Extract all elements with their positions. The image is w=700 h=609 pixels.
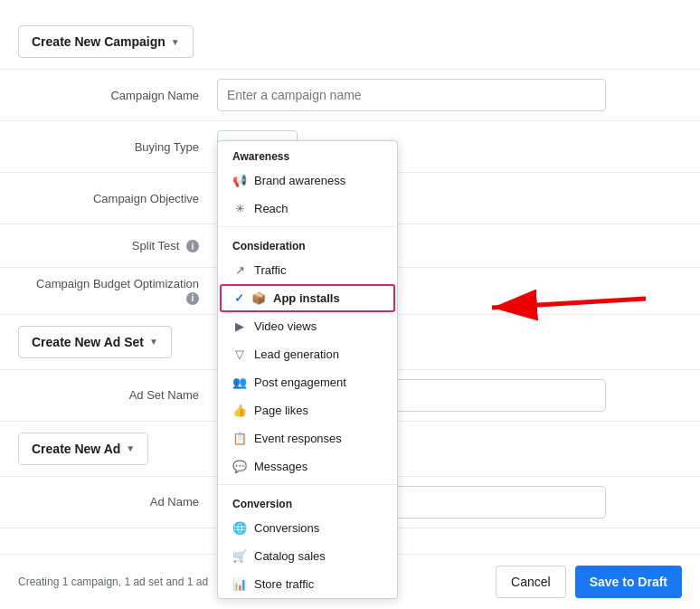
menu-item-lead-generation[interactable]: ▽ Lead generation (218, 340, 397, 368)
menu-item-catalog-sales[interactable]: 🛒 Catalog sales (218, 542, 397, 570)
event-responses-icon: 📋 (232, 432, 247, 445)
page-likes-icon: 👍 (232, 404, 247, 417)
video-views-icon: ▶ (232, 319, 247, 333)
awareness-section-header: Awareness (218, 141, 397, 167)
chevron-down-icon: ▼ (126, 443, 135, 453)
menu-item-label: Page likes (254, 404, 308, 417)
menu-item-post-engagement[interactable]: 👥 Post engagement (218, 368, 397, 396)
svg-line-1 (492, 299, 646, 308)
menu-item-messages[interactable]: 💬 Messages (218, 452, 397, 481)
menu-item-label: App installs (273, 291, 340, 305)
menu-item-conversions[interactable]: 🌐 Conversions (218, 514, 397, 542)
menu-item-video-views[interactable]: ▶ Video views (218, 312, 397, 340)
menu-item-brand-awareness[interactable]: 📢 Brand awareness (218, 167, 397, 195)
split-test-label: Split Test i (18, 239, 217, 253)
menu-item-label: Post engagement (254, 376, 346, 389)
checkmark-icon: ✓ (234, 291, 244, 305)
campaign-name-row: Campaign Name (0, 70, 700, 121)
menu-item-label: Event responses (254, 432, 342, 445)
menu-item-page-likes[interactable]: 👍 Page likes (218, 396, 397, 424)
lead-generation-icon: ▽ (232, 347, 247, 361)
menu-item-store-traffic[interactable]: 📊 Store traffic (218, 570, 397, 598)
reach-icon: ✳ (232, 202, 247, 215)
status-text: Creating 1 campaign, 1 ad set and 1 ad (18, 576, 208, 588)
info-icon[interactable]: i (186, 240, 199, 252)
buying-type-label: Buying Type (18, 140, 217, 154)
brand-awareness-icon: 📢 (232, 174, 247, 187)
page-wrapper: Create New Campaign ▼ Campaign Name Buyi… (0, 0, 700, 609)
save-draft-button[interactable]: Save to Draft (575, 566, 682, 598)
create-ad-set-label: Create New Ad Set (32, 335, 144, 349)
create-ad-button[interactable]: Create New Ad ▼ (18, 433, 148, 465)
ad-set-name-label: Ad Set Name (18, 388, 217, 402)
campaign-objective-label: Campaign Objective (18, 192, 217, 205)
menu-item-label: Store traffic (254, 577, 314, 591)
create-ad-label: Create New Ad (32, 442, 120, 456)
menu-item-label: Traffic (254, 263, 286, 277)
menu-item-label: Conversions (254, 521, 319, 535)
catalog-sales-icon: 🛒 (232, 549, 247, 563)
conversions-icon: 🌐 (232, 521, 247, 535)
red-arrow (465, 281, 646, 338)
menu-item-event-responses[interactable]: 📋 Event responses (218, 424, 397, 452)
conversion-section-header: Conversion (218, 489, 397, 514)
store-traffic-icon: 📊 (232, 577, 247, 591)
objective-dropdown-menu: Awareness 📢 Brand awareness ✳ Reach Cons… (217, 140, 398, 599)
cancel-button[interactable]: Cancel (496, 566, 566, 598)
campaign-name-control (217, 79, 682, 111)
create-ad-set-button[interactable]: Create New Ad Set ▼ (18, 326, 172, 358)
menu-item-label: Video views (254, 319, 317, 333)
menu-item-label: Reach (254, 202, 289, 215)
create-campaign-button[interactable]: Create New Campaign ▼ (18, 25, 194, 58)
menu-item-label: Messages (254, 460, 307, 473)
chevron-down-icon: ▼ (171, 37, 180, 47)
menu-item-app-installs[interactable]: ✓ 📦 App installs (220, 284, 395, 312)
messages-icon: 💬 (232, 460, 247, 473)
chevron-down-icon: ▼ (149, 337, 158, 347)
menu-item-reach[interactable]: ✳ Reach (218, 195, 397, 223)
campaign-name-label: Campaign Name (18, 89, 217, 102)
menu-item-label: Brand awareness (254, 174, 345, 187)
consideration-section-header: Consideration (218, 231, 397, 256)
post-engagement-icon: 👥 (232, 376, 247, 389)
info-icon-2[interactable]: i (186, 292, 199, 305)
traffic-icon: ↗ (232, 263, 247, 277)
menu-item-label: Lead generation (254, 347, 339, 361)
app-installs-icon: 📦 (251, 291, 266, 305)
budget-optimization-label: Campaign Budget Optimization i (18, 277, 217, 305)
menu-divider-1 (218, 226, 397, 227)
ad-name-label: Ad Name (18, 495, 217, 509)
create-campaign-label: Create New Campaign (32, 34, 166, 49)
menu-item-label: Catalog sales (254, 549, 326, 563)
menu-item-traffic[interactable]: ↗ Traffic (218, 256, 397, 284)
menu-divider-2 (218, 484, 397, 485)
campaign-name-input[interactable] (217, 79, 606, 111)
